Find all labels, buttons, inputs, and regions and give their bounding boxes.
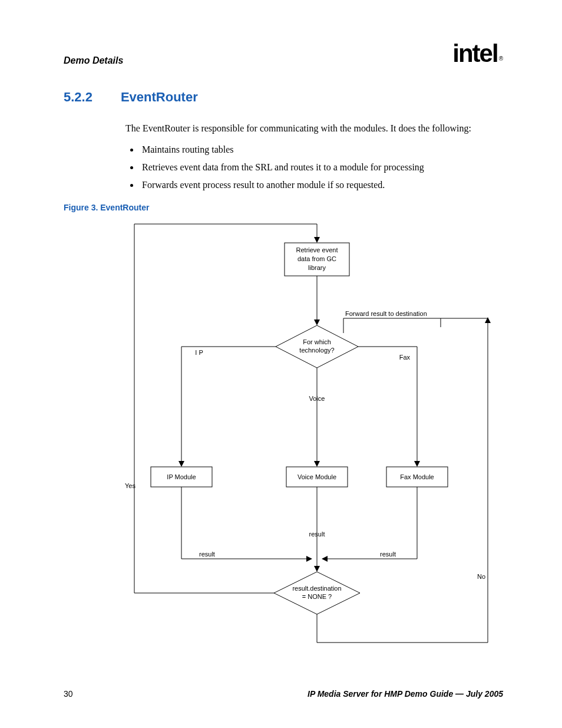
no-label: No <box>477 573 485 580</box>
bullet-item: Forwards event process result to another… <box>140 178 503 192</box>
figure-caption: Figure 3. EventRouter <box>64 203 503 212</box>
retrieve-l2: data from GC <box>297 255 336 262</box>
branch-voice: Voice <box>309 395 325 402</box>
section-title: EventRouter <box>121 90 198 105</box>
ip-module-label: IP Module <box>167 473 196 480</box>
page-number: 30 <box>64 689 73 699</box>
section-heading: 5.2.2 EventRouter <box>64 90 503 105</box>
section-number: 5.2.2 <box>64 90 92 105</box>
running-title: Demo Details <box>64 55 123 66</box>
ip-result: result <box>199 551 215 558</box>
retrieve-l1: Retrieve event <box>296 246 338 253</box>
footer-doc-title: IP Media Server for HMP Demo Guide — Jul… <box>308 689 503 699</box>
branch-fax: Fax <box>399 354 411 361</box>
fax-module-label: Fax Module <box>400 473 434 480</box>
intel-logo-text: intel <box>452 39 497 67</box>
voice-result: result <box>309 531 325 538</box>
voice-module-label: Voice Module <box>297 473 336 480</box>
registered-mark: ® <box>499 55 503 62</box>
decision1-l1: For which <box>303 338 331 345</box>
flowchart-diagram: Retrieve event data from GC library Forw… <box>64 218 500 666</box>
forward-label: Forward result to destination <box>345 310 427 317</box>
decision2-l1: result.destination <box>292 585 341 592</box>
intro-paragraph: The EventRouter is responsible for commu… <box>125 121 503 136</box>
fax-result: result <box>380 551 396 558</box>
bullet-item: Maintains routing tables <box>140 143 503 157</box>
intel-logo: intel® <box>452 41 503 66</box>
bullet-item: Retrieves event data from the SRL and ro… <box>140 160 503 174</box>
page-header: Demo Details intel® <box>64 41 503 66</box>
bullet-list: Maintains routing tables Retrieves event… <box>125 143 503 192</box>
decision2-l2: = NONE ? <box>302 593 332 600</box>
retrieve-l3: library <box>308 264 326 271</box>
page-footer: 30 IP Media Server for HMP Demo Guide — … <box>64 689 503 699</box>
branch-ip: I P <box>195 349 203 356</box>
decision1-l2: technology? <box>299 347 334 354</box>
